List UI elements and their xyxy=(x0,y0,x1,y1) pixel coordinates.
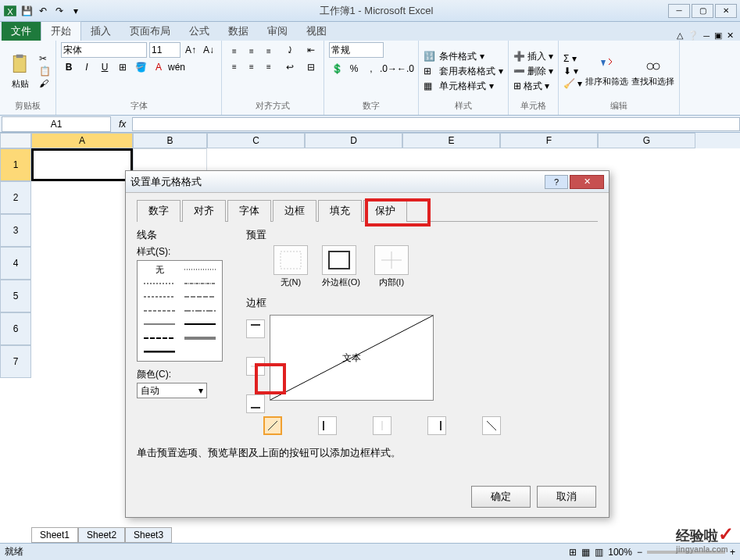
align-middle-icon[interactable]: ≡ xyxy=(244,44,259,58)
col-header-A[interactable]: A xyxy=(31,133,133,148)
line-style-9[interactable] xyxy=(181,319,220,330)
line-style-5[interactable] xyxy=(181,291,220,302)
formula-input[interactable] xyxy=(132,117,740,131)
align-top-icon[interactable]: ≡ xyxy=(227,44,242,58)
qat-dropdown-icon[interactable]: ▾ xyxy=(69,4,83,18)
border-button[interactable]: ⊞ xyxy=(115,59,130,75)
line-style-none[interactable]: 无 xyxy=(141,264,179,275)
tab-layout[interactable]: 页面布局 xyxy=(120,22,180,41)
col-header-B[interactable]: B xyxy=(133,133,207,148)
align-bottom-icon[interactable]: ≡ xyxy=(261,44,277,58)
col-header-C[interactable]: C xyxy=(207,133,305,148)
dlg-tab-protect[interactable]: 保护 xyxy=(363,200,407,222)
col-header-D[interactable]: D xyxy=(305,133,402,148)
row-header-4[interactable]: 4 xyxy=(0,247,31,280)
paste-button[interactable]: 粘贴 xyxy=(5,53,36,90)
copy-icon[interactable]: 📋 xyxy=(39,66,51,77)
dlg-tab-number[interactable]: 数字 xyxy=(137,200,181,222)
border-diag-up-button[interactable] xyxy=(263,416,282,435)
align-center-icon[interactable]: ≡ xyxy=(244,59,259,73)
font-name-select[interactable] xyxy=(61,42,147,58)
row-header-5[interactable]: 5 xyxy=(0,280,31,312)
merge-icon[interactable]: ⊟ xyxy=(303,59,319,75)
line-style-11[interactable] xyxy=(181,333,220,344)
phonetic-button[interactable]: wén xyxy=(169,59,184,75)
color-select[interactable]: 自动▾ xyxy=(137,383,207,398)
font-size-select[interactable] xyxy=(149,42,181,58)
zoom-out-icon[interactable]: − xyxy=(637,547,642,558)
file-tab[interactable]: 文件 xyxy=(2,22,41,41)
border-hmid-button[interactable] xyxy=(246,357,265,376)
tab-view[interactable]: 视图 xyxy=(297,22,336,41)
line-style-2[interactable] xyxy=(141,278,179,289)
number-format-select[interactable] xyxy=(329,42,384,58)
tab-formula[interactable]: 公式 xyxy=(180,22,219,41)
line-style-10[interactable] xyxy=(141,333,179,344)
wrap-text-icon[interactable]: ↩ xyxy=(282,59,298,75)
decrease-font-icon[interactable]: A↓ xyxy=(201,42,216,58)
tab-review[interactable]: 审阅 xyxy=(258,22,297,41)
bold-button[interactable]: B xyxy=(61,59,77,75)
format-painter-icon[interactable]: 🖌 xyxy=(39,78,51,89)
dlg-tab-font[interactable]: 字体 xyxy=(227,200,271,222)
underline-button[interactable]: U xyxy=(97,59,113,75)
minimize-ribbon-icon[interactable]: △ xyxy=(677,30,683,41)
dlg-tab-fill[interactable]: 填充 xyxy=(318,200,362,222)
dialog-title-bar[interactable]: 设置单元格格式 ? ✕ xyxy=(126,171,609,193)
tab-data[interactable]: 数据 xyxy=(219,22,258,41)
border-vmid-button[interactable] xyxy=(373,416,391,435)
indent-decrease-icon[interactable]: ⇤ xyxy=(303,42,319,58)
zoom-level[interactable]: 100% xyxy=(608,547,632,558)
excel-icon[interactable]: X xyxy=(3,4,17,18)
border-right-button[interactable] xyxy=(427,416,446,435)
dialog-close-button[interactable]: ✕ xyxy=(570,175,604,189)
sheet-tab-2[interactable]: Sheet2 xyxy=(78,527,125,543)
format-button[interactable]: ⊞格式 ▾ xyxy=(513,79,553,94)
dlg-tab-alignment[interactable]: 对齐 xyxy=(182,200,226,222)
row-header-3[interactable]: 3 xyxy=(0,214,31,247)
col-header-F[interactable]: F xyxy=(500,133,598,148)
undo-icon[interactable]: ↶ xyxy=(36,4,50,18)
name-box[interactable] xyxy=(2,116,111,132)
sheet-tab-3[interactable]: Sheet3 xyxy=(125,527,172,543)
cut-icon[interactable]: ✂ xyxy=(39,53,51,64)
sheet-tab-1[interactable]: Sheet1 xyxy=(31,527,78,543)
cancel-button[interactable]: 取消 xyxy=(537,486,596,508)
col-header-G[interactable]: G xyxy=(598,133,695,148)
line-style-4[interactable] xyxy=(141,291,179,302)
border-left-button[interactable] xyxy=(318,416,337,435)
table-format-button[interactable]: ⊞套用表格格式 ▾ xyxy=(424,64,503,79)
row-header-2[interactable]: 2 xyxy=(0,181,31,214)
help-icon[interactable]: ❔ xyxy=(688,30,699,41)
align-right-icon[interactable]: ≡ xyxy=(261,59,277,73)
redo-icon[interactable]: ↷ xyxy=(52,4,66,18)
border-diag-down-button[interactable] xyxy=(482,416,501,435)
border-bottom-button2[interactable] xyxy=(246,394,265,413)
font-color-button[interactable]: A xyxy=(151,59,166,75)
row-header-1[interactable]: 1 xyxy=(0,148,31,181)
line-style-1[interactable] xyxy=(181,264,220,275)
border-preview[interactable]: 文本 xyxy=(270,315,434,401)
fx-icon[interactable]: fx xyxy=(113,119,132,130)
insert-button[interactable]: ➕插入 ▾ xyxy=(513,49,553,64)
maximize-button[interactable]: ▢ xyxy=(692,4,713,18)
preset-none-button[interactable] xyxy=(273,245,308,275)
tab-home[interactable]: 开始 xyxy=(41,21,81,41)
cell-A1[interactable] xyxy=(31,148,133,181)
save-icon[interactable]: 💾 xyxy=(20,4,34,18)
ok-button[interactable]: 确定 xyxy=(471,486,531,508)
cell-styles-button[interactable]: ▦单元格样式 ▾ xyxy=(424,79,503,94)
line-style-7[interactable] xyxy=(181,305,220,316)
increase-decimal-icon[interactable]: .0→ xyxy=(381,61,396,77)
percent-icon[interactable]: % xyxy=(346,61,362,77)
view-break-icon[interactable]: ▥ xyxy=(595,547,603,558)
decrease-decimal-icon[interactable]: ←.0 xyxy=(398,61,413,77)
col-header-E[interactable]: E xyxy=(402,133,500,148)
sum-icon[interactable]: Σ ▾ xyxy=(563,53,582,64)
increase-font-icon[interactable]: A↑ xyxy=(183,42,198,58)
doc-restore-icon[interactable]: ▣ xyxy=(714,30,722,41)
orientation-icon[interactable]: ⤸ xyxy=(282,42,298,58)
doc-close-icon[interactable]: ✕ xyxy=(727,30,734,41)
line-style-12[interactable] xyxy=(141,346,179,357)
align-left-icon[interactable]: ≡ xyxy=(227,59,242,73)
